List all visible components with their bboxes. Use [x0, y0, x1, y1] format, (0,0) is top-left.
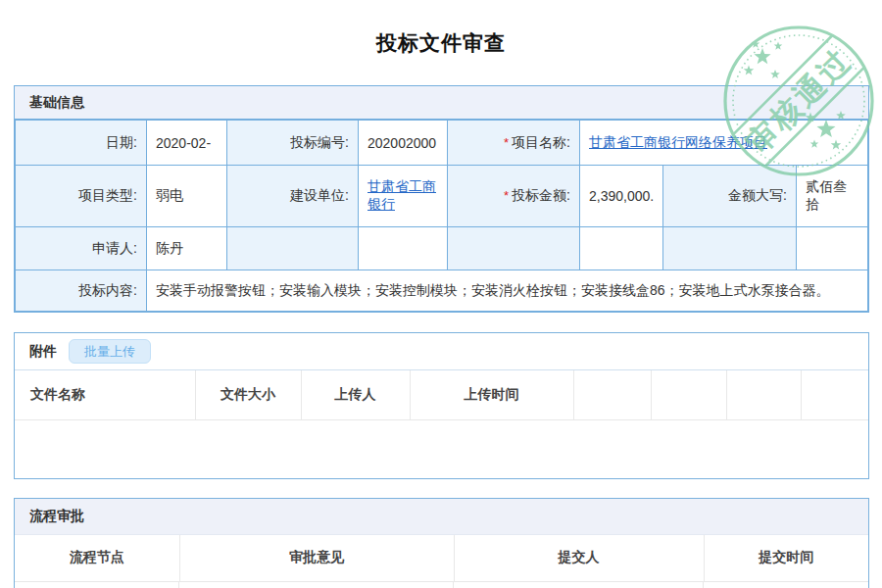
empty-value-cell [359, 227, 448, 270]
applicant-value: 陈丹 [147, 227, 227, 270]
attach-col-empty [573, 370, 651, 419]
empty-label-cell [448, 227, 580, 270]
approval-partial-row [15, 582, 868, 588]
attachments-panel: 附件 批量上传 文件名称 文件大小 上传人 上传时间 [14, 332, 869, 479]
bid-amount-label: *投标金额: [448, 166, 580, 227]
attachments-table: 文件名称 文件大小 上传人 上传时间 [15, 370, 868, 420]
project-type-value: 弱电 [147, 166, 227, 227]
bid-no-value: 202002000 [359, 121, 448, 166]
approval-panel: 流程审批 流程节点 审批意见 提交人 提交时间 [14, 498, 869, 588]
attach-col-empty [801, 370, 868, 419]
empty-value-cell [797, 227, 868, 270]
approval-col-submitter: 提交人 [454, 535, 704, 581]
project-name-value: 甘肃省工商银行网络保养项目 [580, 121, 868, 166]
amount-caps-value: 贰佰叁拾 [797, 166, 868, 227]
bid-review-page: 投标文件审查 基础信息 日期: 2020-02- 投标编号: 202002000… [0, 0, 882, 588]
project-name-link[interactable]: 甘肃省工商银行网络保养项目 [589, 134, 767, 150]
bid-content-value: 安装手动报警按钮；安装输入模块；安装控制模块；安装消火栓按钮；安装接线盒86；安… [147, 270, 868, 312]
attach-col-file-name: 文件名称 [15, 370, 195, 419]
required-mark-icon: * [504, 188, 509, 203]
amount-caps-label: 金额大写: [663, 166, 797, 227]
approval-col-node: 流程节点 [15, 535, 179, 581]
build-unit-link[interactable]: 甘肃省工商银行 [368, 178, 436, 212]
approval-section-title: 流程审批 [15, 499, 868, 535]
empty-value-cell [580, 227, 663, 270]
approval-col-submit-time: 提交时间 [704, 535, 868, 581]
attach-col-empty [726, 370, 801, 419]
applicant-label: 申请人: [16, 227, 147, 270]
attachments-empty-area [15, 420, 868, 478]
attach-col-file-size: 文件大小 [195, 370, 301, 419]
bid-amount-value: 2,390,000. [580, 166, 663, 227]
bid-no-label: 投标编号: [227, 121, 359, 166]
project-type-label: 项目类型: [16, 166, 147, 227]
approval-col-opinion: 审批意见 [179, 535, 454, 581]
date-label: 日期: [16, 121, 147, 166]
approval-table: 流程节点 审批意见 提交人 提交时间 [15, 535, 868, 582]
attach-col-upload-time: 上传时间 [410, 370, 573, 419]
date-value: 2020-02- [147, 121, 227, 166]
bid-content-label: 投标内容: [16, 270, 147, 312]
attachments-section-title: 附件 [29, 343, 57, 361]
empty-label-cell [227, 227, 359, 270]
attach-col-uploader: 上传人 [301, 370, 410, 419]
basic-info-table: 日期: 2020-02- 投标编号: 202002000 *项目名称: 甘肃省工… [15, 120, 868, 312]
attach-col-empty [651, 370, 726, 419]
build-unit-value: 甘肃省工商银行 [359, 166, 448, 227]
build-unit-label: 建设单位: [227, 166, 359, 227]
basic-info-section-title: 基础信息 [15, 86, 868, 120]
batch-upload-button[interactable]: 批量上传 [69, 339, 151, 364]
project-name-label: *项目名称: [448, 121, 580, 166]
basic-info-panel: 基础信息 日期: 2020-02- 投标编号: 202002000 *项目名称:… [14, 85, 869, 313]
empty-label-cell [663, 227, 797, 270]
page-title: 投标文件审查 [0, 29, 882, 57]
required-mark-icon: * [504, 135, 509, 150]
